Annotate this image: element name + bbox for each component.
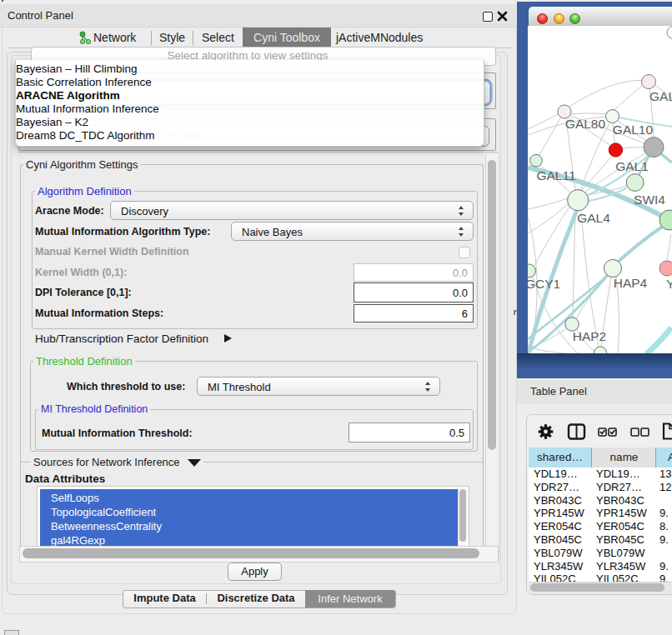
svg-text:GAL: GAL — [649, 89, 672, 103]
svg-text:GAL80: GAL80 — [565, 117, 606, 131]
svg-text:GAL10: GAL10 — [613, 122, 654, 137]
svg-text:HAP2: HAP2 — [573, 329, 607, 343]
svg-text:Y: Y — [666, 277, 672, 291]
svg-text:GAL1: GAL1 — [615, 159, 649, 173]
svg-text:HAP4: HAP4 — [614, 276, 648, 290]
svg-text:GAL4: GAL4 — [577, 211, 610, 225]
svg-text:GCY1: GCY1 — [528, 277, 560, 291]
svg-text:SWI4: SWI4 — [634, 192, 665, 207]
svg-text:GAL11: GAL11 — [536, 168, 575, 182]
